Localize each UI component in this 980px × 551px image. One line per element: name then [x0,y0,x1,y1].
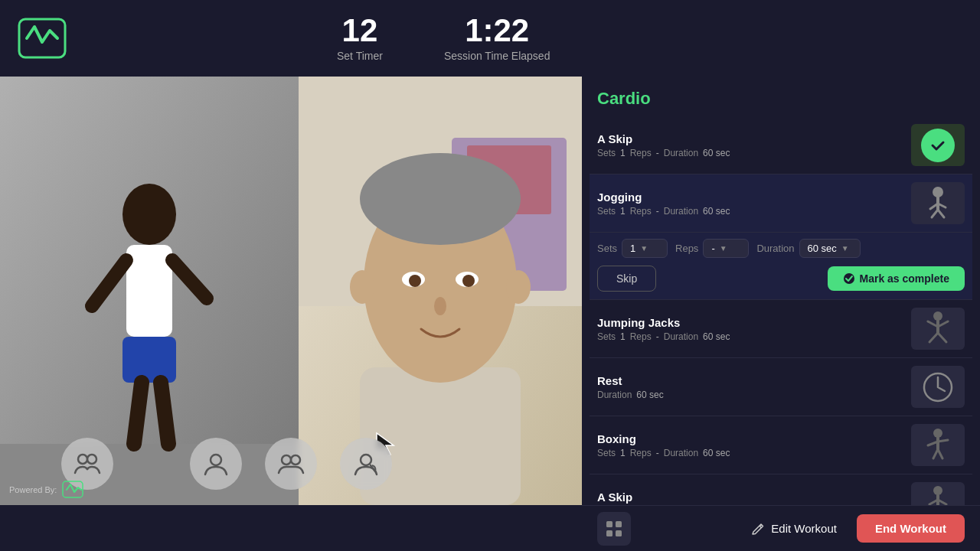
bottom-bar: Edit Workout End Workout [582,505,980,551]
exercise-thumb-jj [911,308,965,350]
duration-select[interactable]: 60 sec ▼ [799,239,861,258]
reps-select[interactable]: - ▼ [703,239,749,258]
svg-line-35 [932,210,938,217]
exercise-name-askip2: A Skip [597,491,911,504]
check-icon [921,129,955,162]
reps-label: Reps [675,243,698,254]
exercise-item-active: Jogging Sets1 Reps- Duration60 sec [590,174,972,233]
grid-button[interactable] [597,512,631,546]
exercise-info-jogging: Jogging Sets1 Reps- Duration60 sec [597,191,911,217]
exercise-item: A Skip Sets1 Reps- Duration60 sec [590,116,972,174]
header-stats: 12 Set Timer 1:22 Session Time Elapsed [337,15,550,62]
set-timer-value: 12 [337,15,383,47]
svg-point-3 [122,184,176,245]
avatar-btn[interactable] [190,438,242,490]
svg-point-31 [933,187,943,197]
exercise-thumb-completed [911,124,965,166]
reps-select-group: Reps - ▼ [675,239,749,258]
exercise-item-jumping-jacks: Jumping Jacks Sets1 Reps- Duration60 sec [590,300,972,358]
svg-rect-64 [616,521,622,527]
svg-line-48 [938,440,948,442]
svg-line-42 [929,333,938,342]
exercise-name-jj: Jumping Jacks [597,316,911,329]
right-panel: Cardio A Skip Sets1 Reps- Duration60 sec [582,77,980,551]
svg-point-28 [291,455,300,465]
svg-point-24 [78,455,87,464]
exercise-meta: Sets1 Reps- Duration60 sec [597,148,911,158]
svg-point-16 [360,153,521,245]
active-controls: Sets 1 ▼ Reps - ▼ Durati [590,233,972,300]
group-icon-btn[interactable] [265,438,317,490]
mark-complete-label: Mark as complete [860,272,950,285]
app-logo [15,15,69,61]
svg-rect-63 [606,521,612,527]
svg-line-36 [938,210,944,217]
svg-rect-66 [616,530,622,536]
action-row: Skip Mark as complete [597,266,965,292]
svg-point-27 [282,455,291,465]
edit-workout-label: Edit Workout [771,522,837,535]
powered-by: Powered By: [9,480,84,499]
svg-rect-7 [122,337,176,383]
exercise-info-rest: Rest Duration60 sec [597,374,911,400]
svg-line-9 [161,383,168,444]
exercise-name-boxing: Boxing [597,432,911,445]
header: 12 Set Timer 1:22 Session Time Elapsed [0,0,980,77]
svg-line-50 [938,449,942,458]
session-time-block: 1:22 Session Time Elapsed [444,15,550,62]
panel-title: Cardio [582,77,980,116]
exercise-name-rest: Rest [597,374,911,387]
svg-point-21 [434,297,446,315]
video-controls [0,438,582,490]
powered-by-logo [61,480,84,499]
skip-button[interactable]: Skip [597,266,656,292]
svg-point-26 [211,455,221,465]
exercise-thumb-rest [911,366,965,408]
sets-label: Sets [597,243,617,254]
session-time-label: Session Time Elapsed [444,50,550,62]
svg-point-29 [361,455,371,465]
exercise-meta-rest: Duration60 sec [597,390,911,400]
svg-point-23 [506,270,531,304]
svg-point-22 [350,270,374,304]
end-workout-button[interactable]: End Workout [857,514,965,543]
reps-chevron: ▼ [720,244,727,253]
exercise-item-boxing: Boxing Sets1 Reps- Duration60 sec [590,416,972,474]
exercise-thumb-jogging [911,182,965,224]
powered-by-text: Powered By: [9,485,57,494]
exercise-info-boxing: Boxing Sets1 Reps- Duration60 sec [597,432,911,458]
exercise-info: A Skip Sets1 Reps- Duration60 sec [597,132,911,158]
exercise-meta-jogging: Sets1 Reps- Duration60 sec [597,206,911,217]
exercise-item-rest: Rest Duration60 sec [590,358,972,416]
svg-line-67 [760,526,762,528]
sets-select[interactable]: 1 ▼ [622,239,668,258]
control-row: Sets 1 ▼ Reps - ▼ Durati [597,239,965,258]
svg-line-43 [938,333,946,342]
svg-line-49 [933,449,938,458]
svg-rect-65 [606,530,612,536]
exercise-info-jj: Jumping Jacks Sets1 Reps- Duration60 sec [597,316,911,342]
sets-chevron: ▼ [640,244,648,253]
duration-label: Duration [756,243,794,254]
duration-chevron: ▼ [841,244,849,253]
exercise-thumb-askip2 [911,482,965,505]
exercise-meta-boxing: Sets1 Reps- Duration60 sec [597,448,911,458]
exercise-list: A Skip Sets1 Reps- Duration60 sec [582,116,980,505]
duration-select-group: Duration 60 sec ▼ [756,239,860,258]
activity-btn[interactable] [340,438,392,490]
svg-rect-4 [126,245,172,337]
edit-workout-button[interactable]: Edit Workout [739,516,849,542]
exercise-info-askip2: A Skip Sets1 Reps- Duration60 sec [597,491,911,506]
mark-complete-button[interactable]: Mark as complete [828,266,965,291]
main-content: Powered By: Cardio A Skip Sets1 Reps- Du… [0,77,980,551]
exercise-item-askip2: A Skip Sets1 Reps- Duration60 sec [590,474,972,505]
exercise-name-jogging: Jogging [597,191,911,204]
svg-point-19 [409,275,421,287]
svg-point-20 [462,275,475,287]
set-timer-block: 12 Set Timer [337,15,383,62]
svg-line-8 [134,383,142,444]
video-area: Powered By: [0,77,582,505]
exercise-meta-jj: Sets1 Reps- Duration60 sec [597,331,911,342]
exercise-thumb-boxing [911,424,965,466]
sets-select-group: Sets 1 ▼ [597,239,668,258]
